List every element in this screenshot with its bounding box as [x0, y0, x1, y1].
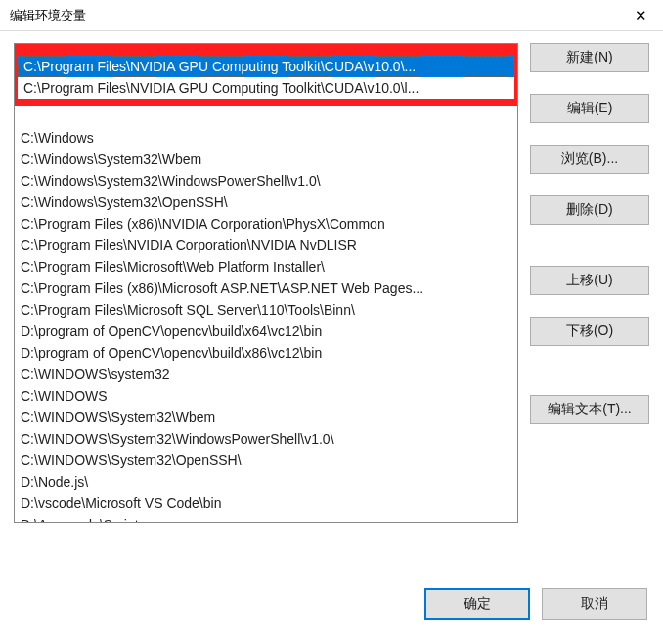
button-sidebar: 新建(N) 编辑(E) 浏览(B)... 删除(D) 上移(U) 下移(O) 编… — [530, 43, 649, 575]
window-title: 编辑环境变量 — [10, 7, 86, 24]
edit-button[interactable]: 编辑(E) — [530, 94, 649, 123]
list-item[interactable]: C:\Windows — [15, 127, 517, 149]
list-item[interactable]: C:\Program Files (x86)\NVIDIA Corporatio… — [15, 213, 517, 235]
delete-button[interactable]: 删除(D) — [530, 195, 649, 225]
list-item[interactable]: C:\WINDOWS\System32\Wbem — [15, 407, 517, 428]
ok-button[interactable]: 确定 — [424, 588, 530, 620]
dialog-content: C:\Program Files\NVIDIA GPU Computing To… — [0, 31, 663, 575]
highlight-annotation: C:\Program Files\NVIDIA GPU Computing To… — [14, 43, 518, 106]
list-item[interactable]: C:\Program Files\NVIDIA Corporation\NVID… — [15, 235, 517, 256]
list-item[interactable]: C:\Program Files\NVIDIA GPU Computing To… — [18, 77, 514, 99]
dialog-footer: 确定 取消 — [0, 575, 663, 633]
cancel-button[interactable]: 取消 — [542, 588, 647, 620]
list-item[interactable]: C:\Windows\System32\OpenSSH\ — [15, 192, 517, 213]
list-item[interactable]: C:\Windows\System32\WindowsPowerShell\v1… — [15, 170, 517, 192]
move-down-button[interactable]: 下移(O) — [530, 317, 649, 346]
list-item[interactable]: D:\program of OpenCV\opencv\build\x64\vc… — [15, 321, 517, 342]
edit-text-button[interactable]: 编辑文本(T)... — [530, 395, 649, 424]
list-item[interactable]: C:\WINDOWS — [15, 385, 517, 407]
list-item[interactable]: C:\Windows\System32\Wbem — [15, 149, 517, 170]
list-item[interactable]: C:\Program Files\Microsoft SQL Server\11… — [15, 299, 517, 321]
list-item[interactable]: C:\Program Files\Microsoft\Web Platform … — [15, 256, 517, 278]
list-item[interactable]: C:\WINDOWS\System32\WindowsPowerShell\v1… — [15, 428, 517, 450]
new-button[interactable]: 新建(N) — [530, 43, 649, 72]
browse-button[interactable]: 浏览(B)... — [530, 145, 649, 174]
list-item[interactable]: C:\Program Files (x86)\Microsoft ASP.NET… — [15, 278, 517, 299]
close-button[interactable]: ✕ — [618, 0, 663, 31]
list-item[interactable]: D:\vscode\Microsoft VS Code\bin — [15, 493, 517, 514]
move-up-button[interactable]: 上移(U) — [530, 266, 649, 295]
list-item[interactable]: D:\Node.js\ — [15, 471, 517, 493]
list-item[interactable]: C:\WINDOWS\System32\OpenSSH\ — [15, 450, 517, 471]
close-icon: ✕ — [635, 7, 647, 24]
list-item[interactable]: D:\Anaconda\Scripts — [15, 514, 517, 522]
path-list-container: C:\Program Files\NVIDIA GPU Computing To… — [14, 43, 518, 575]
titlebar: 编辑环境变量 ✕ — [0, 0, 663, 31]
list-item[interactable] — [15, 106, 517, 127]
list-item[interactable]: C:\WINDOWS\system32 — [15, 364, 517, 385]
list-item[interactable]: C:\Program Files\NVIDIA GPU Computing To… — [18, 56, 514, 77]
list-item[interactable]: D:\program of OpenCV\opencv\build\x86\vc… — [15, 342, 517, 364]
path-list[interactable]: C:\Windows C:\Windows\System32\Wbem C:\W… — [14, 106, 518, 523]
